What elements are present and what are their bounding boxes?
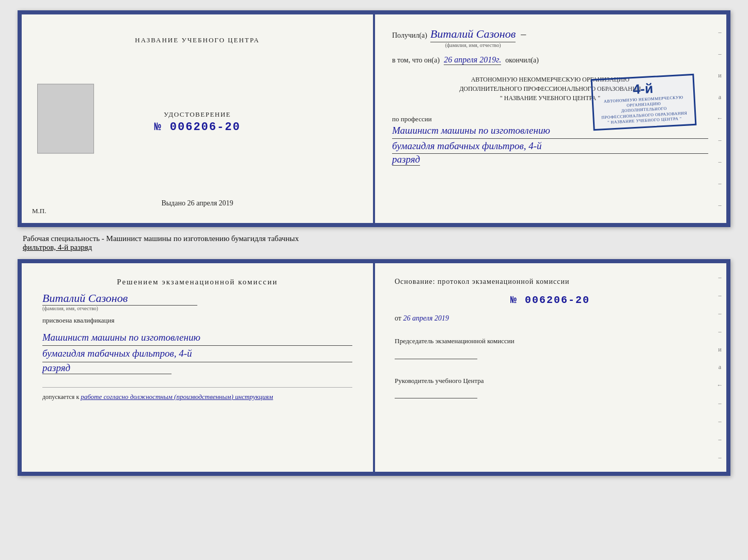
middle-label-normal: Рабочая специальность - Машинист машины …	[23, 234, 299, 243]
head-label: Руководитель учебного Центра	[395, 376, 706, 386]
exam-date: 26 апреля 2019	[403, 314, 448, 322]
dashes-right-2: – – – – и а ← – – – –	[716, 263, 724, 472]
exam-date-line: от 26 апреля 2019	[395, 314, 706, 323]
cert-header-text: НАЗВАНИЕ УЧЕБНОГО ЦЕНТРА	[135, 36, 259, 44]
stamp-number: 4-й	[632, 81, 653, 98]
cert-number-block: УДОСТОВЕРЕНИЕ № 006206-20	[154, 110, 240, 134]
middle-label: Рабочая специальность - Машинист машины …	[18, 232, 730, 254]
completion-date: 26 апреля 2019г.	[444, 55, 501, 65]
profession-prefix: по профессии	[392, 115, 432, 123]
date-prefix: от	[395, 314, 401, 322]
exam-name-small: (фамилия, имя, отчество)	[42, 306, 98, 311]
exam-right-page: Основание: протокол экзаменационной коми…	[374, 263, 726, 472]
exam-document: Решением экзаменационной комиссии Витали…	[18, 259, 730, 476]
chairman-block: Председатель экзаменационной комиссии	[395, 336, 706, 359]
head-block: Руководитель учебного Центра	[395, 376, 706, 399]
org-line1: АВТОНОМНУЮ НЕКОММЕРЧЕСКУЮ ОРГАНИЗАЦИЮ	[604, 94, 683, 107]
name-block: Виталий Сазонов (фамилия, имя, отчество)	[430, 27, 516, 48]
exam-left-page: Решением экзаменационной комиссии Витали…	[22, 263, 374, 472]
exam-prof-hw1: Машинист машины по изготовлению	[42, 330, 352, 346]
cert-right-page: Получил(а) Виталий Сазонов (фамилия, имя…	[374, 14, 726, 223]
exam-number: № 006206-20	[510, 294, 590, 306]
name-sublabel: (фамилия, имя, отчество)	[430, 42, 516, 48]
profession-hw2: бумагидля табачных фильтров, 4-й	[392, 139, 708, 154]
cert-issued: Выдано 26 апреля 2019	[161, 199, 233, 207]
issued-date: 26 апреля 2019	[187, 199, 233, 207]
received-line: Получил(а) Виталий Сазонов (фамилия, имя…	[392, 27, 708, 48]
stamp-text-block: АВТОНОМНУЮ НЕКОММЕРЧЕСКУЮ ОРГАНИЗАЦИЮ ДО…	[596, 94, 692, 126]
in-that-prefix: в том, что он(а)	[392, 56, 440, 65]
chairman-label: Председатель экзаменационной комиссии	[395, 336, 706, 346]
issued-label: Выдано	[161, 199, 185, 207]
basis-label: Основание: протокол экзаменационной коми…	[395, 278, 706, 286]
exam-profession-block: Машинист машины по изготовлению бумагидл…	[42, 330, 352, 374]
head-signature	[395, 388, 477, 398]
exam-prof-hw3: разряд	[42, 362, 172, 374]
recipient-name: Виталий Сазонов	[430, 27, 516, 42]
exam-prof-hw2: бумагидля табачных фильтров, 4-й	[42, 346, 352, 362]
dopusk-text: допускается к работе согласно должностны…	[42, 393, 273, 401]
dopusk-prefix: допускается к	[42, 393, 79, 401]
date-line: в том, что он(а) 26 апреля 2019г. окончи…	[392, 55, 708, 65]
certificate-document: НАЗВАНИЕ УЧЕБНОГО ЦЕНТРА УДОСТОВЕРЕНИЕ №…	[18, 10, 730, 227]
dopusk-block: допускается к работе согласно должностны…	[42, 387, 352, 401]
chairman-signature	[395, 349, 477, 359]
cert-photo	[37, 84, 94, 154]
middle-label-underline: фильтров, 4-й разряд	[23, 243, 92, 251]
cert-title-block: НАЗВАНИЕ УЧЕБНОГО ЦЕНТРА	[135, 35, 259, 45]
finished-label: окончил(а)	[505, 56, 539, 65]
cert-mp: М.П.	[32, 207, 46, 215]
exam-number-block: № 006206-20	[395, 294, 706, 306]
assigned-label: присвоена квалификация	[42, 316, 352, 325]
exam-title: Решением экзаменационной комиссии	[42, 278, 352, 286]
exam-name: Виталий Сазонов	[42, 292, 197, 306]
profession-hw3: разряд	[392, 154, 420, 166]
stamp-box: 4-й АВТОНОМНУЮ НЕКОММЕРЧЕСКУЮ ОРГАНИЗАЦИ…	[591, 74, 697, 131]
cert-number: № 006206-20	[154, 121, 240, 134]
dopusk-hw: работе согласно должностным (производств…	[81, 393, 273, 401]
cert-issued-date: Выдано 26 апреля 2019	[161, 199, 233, 207]
cert-label: УДОСТОВЕРЕНИЕ	[154, 110, 240, 119]
exam-name-block: Виталий Сазонов (фамилия, имя, отчество)	[42, 292, 352, 311]
dashes-right: – – и а ← – – – –	[716, 14, 724, 223]
cert-left-page: НАЗВАНИЕ УЧЕБНОГО ЦЕНТРА УДОСТОВЕРЕНИЕ №…	[22, 14, 374, 223]
org-line3-main: " НАЗВАНИЕ УЧЕБНОГО ЦЕНТРА "	[500, 94, 600, 102]
received-prefix: Получил(а)	[392, 31, 427, 40]
